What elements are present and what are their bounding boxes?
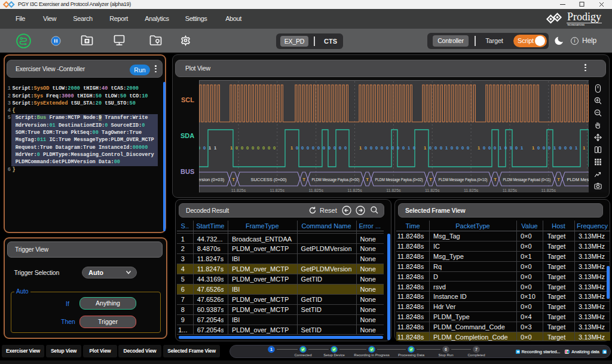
svg-text:6: 6 (445, 347, 447, 351)
svg-text:0: 0 (386, 145, 388, 151)
svg-text:0: 0 (429, 145, 432, 151)
svg-text:11.825s: 11.825s (386, 188, 401, 192)
svg-text:11.825s: 11.825s (541, 188, 556, 192)
svg-text:0: 0 (402, 145, 405, 151)
svg-text:0: 0 (268, 145, 270, 151)
svg-text:0: 0 (413, 145, 415, 151)
svg-text:1: 1 (499, 145, 501, 151)
svg-text:0: 0 (323, 145, 325, 151)
svg-text:1: 1 (230, 145, 232, 151)
svg-text:1: 1 (209, 145, 211, 151)
svg-text:0: 0 (307, 145, 309, 151)
svg-text:0: 0 (391, 145, 394, 151)
svg-text:0: 0 (339, 145, 341, 151)
svg-text:0: 0 (312, 145, 314, 151)
svg-text:0: 0 (440, 145, 442, 151)
svg-text:11.825s: 11.825s (347, 188, 362, 192)
svg-text:0: 0 (344, 145, 347, 151)
svg-text:1: 1 (359, 145, 362, 151)
svg-text:11.825s: 11.825s (425, 188, 440, 192)
svg-text:0: 0 (515, 145, 518, 151)
svg-text:0: 0 (333, 145, 336, 151)
svg-text:0: 0 (246, 145, 249, 151)
svg-text:T: T (232, 177, 235, 182)
svg-text:0: 0 (543, 145, 545, 151)
svg-text:11.825s: 11.825s (231, 188, 246, 192)
svg-text:1: 1 (445, 145, 448, 151)
svg-text:Connected: Connected (294, 353, 311, 357)
svg-text:1: 1 (532, 145, 534, 151)
svg-text:0: 0 (434, 145, 437, 151)
svg-text:Stop Run: Stop Run (438, 353, 453, 357)
svg-text:0: 0 (199, 145, 200, 151)
svg-text:0: 0 (559, 145, 561, 151)
svg-text:0: 0 (564, 145, 567, 151)
svg-text:0: 0 (537, 145, 540, 151)
svg-text:0: 0 (317, 145, 320, 151)
svg-text:0: 0 (467, 145, 469, 151)
svg-text:7: 7 (475, 347, 478, 351)
svg-text:11.825s: 11.825s (464, 188, 479, 192)
svg-text:0: 0 (483, 145, 485, 151)
svg-text:1: 1 (575, 145, 577, 151)
svg-text:0: 0 (375, 145, 378, 151)
svg-text:T: T (494, 177, 497, 182)
svg-text:1: 1 (290, 145, 293, 151)
svg-text:Completed: Completed (467, 353, 485, 357)
svg-text:1: 1 (583, 145, 585, 151)
svg-text:PLDM Messag: PLDM Messag (567, 177, 589, 182)
svg-text:0: 0 (548, 145, 550, 151)
svg-text:0: 0 (570, 145, 572, 151)
svg-text:0: 0 (273, 145, 276, 151)
svg-text:Recording in Progress: Recording in Progress (354, 353, 389, 357)
svg-text:0: 0 (494, 145, 496, 151)
svg-text:T: T (429, 177, 432, 182)
svg-text:0: 0 (296, 145, 298, 151)
svg-text:0: 0 (370, 145, 372, 151)
svg-text:0: 0 (397, 145, 399, 151)
svg-text:0: 0 (510, 145, 512, 151)
svg-text:0: 0 (451, 145, 453, 151)
svg-text:PLDM Message Payloa.(0×10): PLDM Message Payloa.(0×10) (439, 177, 488, 182)
svg-text:0: 0 (365, 145, 367, 151)
svg-text:0: 0 (488, 145, 491, 151)
svg-text:1: 1 (478, 145, 480, 151)
svg-text:T: T (302, 177, 305, 182)
svg-text:11.825s: 11.825s (270, 188, 285, 192)
svg-text:0: 0 (504, 145, 507, 151)
svg-text:PLDM Message Payloa.(0×02): PLDM Message Payloa.(0×02) (375, 177, 423, 182)
svg-text:ersion (0×03): ersion (0×03) (199, 177, 225, 182)
svg-text:1: 1 (521, 145, 523, 151)
svg-text:1: 1 (408, 145, 410, 151)
svg-text:PLDM Message Payloa.(0×00): PLDM Message Payloa.(0×00) (312, 177, 360, 182)
svg-text:0: 0 (262, 145, 265, 151)
svg-text:1: 1 (270, 347, 273, 351)
svg-text:11.825s: 11.825s (309, 188, 324, 192)
svg-text:0: 0 (257, 145, 259, 151)
svg-text:1: 1 (424, 145, 426, 151)
svg-text:1: 1 (553, 145, 556, 151)
svg-text:Setup Device: Setup Device (323, 353, 345, 357)
svg-text:Processing Data: Processing Data (398, 353, 425, 357)
svg-text:0: 0 (252, 145, 254, 151)
svg-text:0: 0 (241, 145, 243, 151)
svg-text:0: 0 (301, 145, 304, 151)
svg-text:T: T (557, 177, 560, 182)
svg-text:0: 0 (461, 145, 464, 151)
svg-text:SUCCESS (0×00): SUCCESS (0×00) (250, 177, 287, 182)
svg-text:0: 0 (381, 145, 383, 151)
svg-text:PLDM Message Payload (0×11): PLDM Message Payload (0×11) (503, 177, 551, 182)
svg-text:0: 0 (456, 145, 458, 151)
svg-text:0: 0 (235, 145, 238, 151)
svg-text:T: T (366, 177, 369, 182)
svg-text:0: 0 (328, 145, 331, 151)
svg-text:0: 0 (203, 145, 206, 151)
svg-text:1: 1 (214, 145, 216, 151)
svg-text:11.825s: 11.825s (503, 188, 518, 192)
